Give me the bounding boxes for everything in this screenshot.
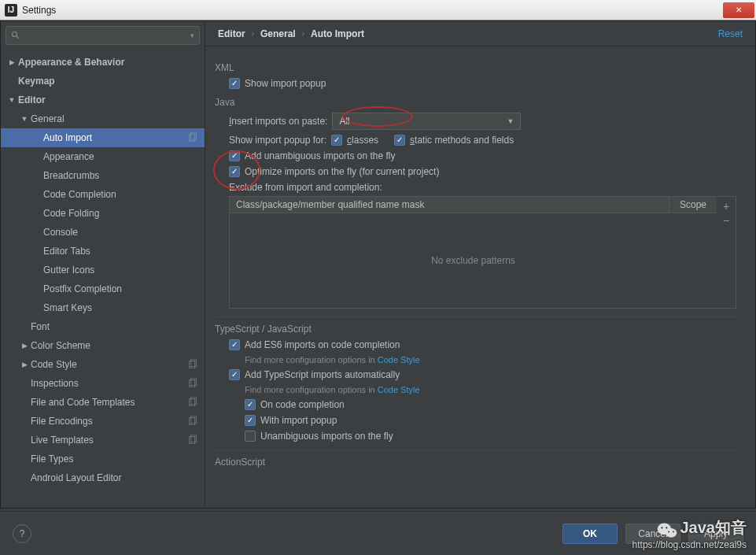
- copy-icon: [187, 435, 205, 446]
- unambiguous-ts-label: Unambiguous imports on the fly: [260, 431, 393, 442]
- sidebar-item-code-style[interactable]: Code Style: [1, 355, 205, 374]
- sidebar-item-live-templates[interactable]: Live Templates: [1, 431, 205, 450]
- sidebar-item-general[interactable]: General: [1, 109, 205, 128]
- sidebar-item-label: Breadcrumbs: [43, 170, 205, 181]
- classes-label: classes: [347, 135, 378, 146]
- classes-checkbox[interactable]: [331, 135, 342, 146]
- sidebar-item-label: File Types: [31, 453, 205, 464]
- chevron-right-icon: ›: [252, 29, 254, 38]
- sidebar-item-label: Appearance & Behavior: [18, 57, 205, 68]
- window-title: Settings: [22, 5, 723, 16]
- es6-hint: Find more configuration options in Code …: [245, 355, 736, 364]
- sidebar-item-label: File Encodings: [31, 416, 187, 427]
- ok-button[interactable]: OK: [562, 524, 618, 544]
- sidebar-item-keymap[interactable]: Keymap: [1, 72, 205, 91]
- tree-arrow-icon[interactable]: [20, 115, 29, 123]
- tree-arrow-icon[interactable]: [20, 342, 29, 350]
- settings-form: XML Show import popup Java Insert import…: [205, 46, 755, 508]
- content-panel: Editor › General › Auto Import Reset XML…: [205, 21, 755, 508]
- close-button[interactable]: ✕: [723, 2, 754, 18]
- sidebar: ▾ Appearance & BehaviorKeymapEditorGener…: [1, 21, 205, 508]
- add-exclude-button[interactable]: +: [719, 200, 733, 213]
- with-import-popup-checkbox[interactable]: [245, 415, 256, 426]
- es6-imports-label: Add ES6 imports on code completion: [245, 339, 400, 350]
- sidebar-item-auto-import[interactable]: Auto Import: [1, 128, 205, 147]
- insert-imports-label: Insert imports on paste:: [229, 116, 327, 127]
- copy-icon: [187, 132, 205, 143]
- copy-icon: [187, 416, 205, 427]
- sidebar-item-color-scheme[interactable]: Color Scheme: [1, 336, 205, 355]
- xml-show-import-popup-checkbox[interactable]: [229, 78, 240, 89]
- sidebar-item-gutter-icons[interactable]: Gutter Icons: [1, 261, 205, 279]
- sidebar-item-label: Smart Keys: [43, 302, 205, 313]
- ts-auto-checkbox[interactable]: [229, 369, 240, 380]
- remove-exclude-button[interactable]: −: [719, 214, 733, 227]
- breadcrumb-general[interactable]: General: [260, 28, 296, 39]
- sidebar-item-label: Auto Import: [43, 132, 187, 143]
- sidebar-item-label: General: [31, 113, 205, 124]
- ts-auto-label: Add TypeScript imports automatically: [245, 369, 400, 380]
- titlebar: IJ Settings ✕: [0, 0, 756, 20]
- xml-section-header: XML: [215, 62, 736, 73]
- sidebar-item-code-completion[interactable]: Code Completion: [1, 185, 205, 204]
- footer: ? OK Cancel Apply: [0, 511, 756, 555]
- sidebar-item-inspections[interactable]: Inspections: [1, 374, 205, 393]
- sidebar-item-appearance[interactable]: Appearance: [1, 147, 205, 166]
- xml-show-import-popup-label: Show import popup: [245, 78, 326, 89]
- optimize-imports-label: Optimize imports on the fly (for current…: [245, 166, 439, 177]
- breadcrumb: Editor › General › Auto Import Reset: [205, 21, 755, 46]
- tree-arrow-icon[interactable]: [7, 96, 17, 104]
- sidebar-item-postfix-completion[interactable]: Postfix Completion: [1, 279, 205, 298]
- apply-button[interactable]: Apply: [688, 524, 743, 544]
- sidebar-item-label: Console: [43, 227, 205, 238]
- sidebar-item-label: Inspections: [31, 378, 187, 389]
- sidebar-item-android-layout-editor[interactable]: Android Layout Editor: [1, 468, 205, 487]
- sidebar-item-label: Code Folding: [43, 208, 205, 219]
- divider: [215, 450, 736, 450]
- help-button[interactable]: ?: [13, 524, 31, 543]
- static-methods-checkbox[interactable]: [394, 135, 405, 146]
- sidebar-item-console[interactable]: Console: [1, 223, 205, 242]
- reset-link[interactable]: Reset: [718, 28, 743, 39]
- sidebar-item-editor-tabs[interactable]: Editor Tabs: [1, 242, 205, 261]
- ts-section-header: TypeScript / JavaScript: [215, 324, 736, 335]
- svg-line-1: [17, 36, 19, 39]
- sidebar-item-code-folding[interactable]: Code Folding: [1, 204, 205, 223]
- sidebar-item-label: Code Style: [31, 359, 187, 370]
- breadcrumb-editor[interactable]: Editor: [218, 28, 245, 39]
- exclude-col-scope: Scope: [669, 197, 717, 213]
- sidebar-item-label: Android Layout Editor: [31, 472, 205, 483]
- sidebar-item-label: Keymap: [18, 76, 205, 87]
- sidebar-item-label: File and Code Templates: [31, 397, 187, 408]
- sidebar-item-editor[interactable]: Editor: [1, 91, 205, 109]
- java-section-header: Java: [215, 97, 736, 108]
- sidebar-item-label: Gutter Icons: [43, 265, 205, 276]
- sidebar-item-file-types[interactable]: File Types: [1, 450, 205, 468]
- sidebar-item-file-and-code-templates[interactable]: File and Code Templates: [1, 393, 205, 412]
- divider: [215, 316, 736, 317]
- exclude-col-name: Class/package/member qualified name mask: [230, 197, 669, 213]
- sidebar-item-font[interactable]: Font: [1, 317, 205, 336]
- code-style-link[interactable]: Code Style: [378, 355, 420, 364]
- tree-arrow-icon[interactable]: [20, 361, 29, 368]
- sidebar-item-file-encodings[interactable]: File Encodings: [1, 412, 205, 431]
- sidebar-item-smart-keys[interactable]: Smart Keys: [1, 298, 205, 317]
- actionscript-section-header: ActionScript: [215, 457, 736, 468]
- sidebar-item-appearance-behavior[interactable]: Appearance & Behavior: [1, 53, 205, 72]
- on-code-completion-checkbox[interactable]: [245, 399, 256, 410]
- chevron-down-icon: ▾: [190, 31, 194, 39]
- search-input[interactable]: ▾: [6, 26, 200, 45]
- sidebar-item-label: Color Scheme: [31, 340, 205, 351]
- es6-imports-checkbox[interactable]: [229, 339, 240, 350]
- exclude-table-header: Class/package/member qualified name mask…: [230, 197, 717, 213]
- annotation-circle: [213, 150, 260, 190]
- sidebar-item-breadcrumbs[interactable]: Breadcrumbs: [1, 166, 205, 185]
- code-style-link[interactable]: Code Style: [378, 385, 420, 394]
- tree-arrow-icon[interactable]: [7, 58, 17, 66]
- cancel-button[interactable]: Cancel: [625, 524, 680, 544]
- unambiguous-ts-checkbox[interactable]: [245, 431, 256, 442]
- svg-point-0: [13, 32, 17, 37]
- show-import-popup-for-label: Show import popup for:: [229, 135, 326, 146]
- on-code-completion-label: On code completion: [260, 399, 345, 410]
- with-import-popup-label: With import popup: [260, 415, 337, 426]
